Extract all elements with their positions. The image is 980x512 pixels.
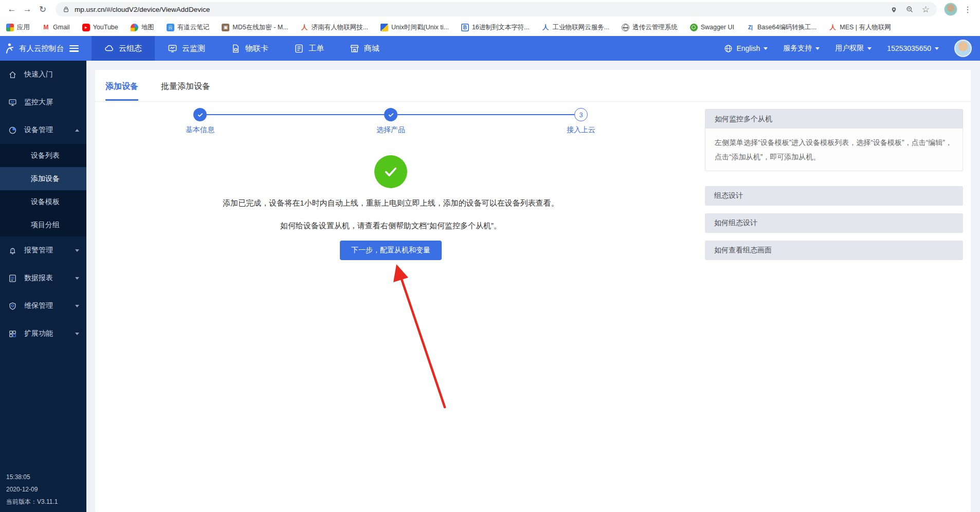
sidebar-item-quick-start[interactable]: 快速入门 — [0, 61, 86, 88]
usr-person-icon — [301, 24, 308, 31]
brand: 有人云控制台 — [0, 43, 92, 54]
map-pin-icon — [131, 24, 138, 31]
bookmark-passthrough-cloud[interactable]: 透传云管理系统 — [622, 23, 678, 32]
browser-profile-avatar[interactable] — [944, 3, 957, 16]
chevron-down-icon — [75, 305, 79, 307]
current-date: 2020-12-09 — [6, 483, 58, 496]
bookmark-md5[interactable]: MD5在线加密 - M... — [222, 23, 288, 32]
main-content-card: 添加设备 批量添加设备 3 基本信息 选择产品 接入上云 添加已完成，设备将在1… — [95, 70, 971, 512]
hamburger-menu-icon[interactable] — [69, 45, 79, 52]
help-link-scada-design[interactable]: 组态设计 — [705, 186, 963, 206]
usr-logo-icon — [5, 43, 15, 54]
sidebar-footer: 15:38:05 2020-12-09 当前版本：V3.11.1 — [6, 471, 58, 508]
tabs: 添加设备 批量添加设备 — [105, 81, 210, 101]
hex-converter-icon — [461, 24, 469, 31]
help-panel-title[interactable]: 如何监控多个从机 — [705, 109, 963, 129]
nav-item-work-order[interactable]: 工单 — [281, 36, 337, 61]
unix-timestamp-icon — [380, 24, 388, 31]
tab-divider — [95, 101, 971, 102]
bookmarks-bar: 应用 Gmail YouTube 地图 有道云笔记 MD5在线加密 - M...… — [0, 19, 980, 36]
bookmark-unix-timestamp[interactable]: Unix时间戳(Unix ti... — [380, 23, 449, 32]
device-management-submenu: 设备列表 添加设备 设备模板 项目分组 — [0, 144, 86, 236]
account-menu[interactable]: 15253035650 — [887, 44, 939, 52]
bookmark-hex-text[interactable]: 16进制到文本字符... — [461, 23, 530, 32]
user-avatar[interactable] — [954, 40, 972, 57]
browser-toolbar: ← → ↻ mp.usr.cn/#/cloudV2/device/ViewAdd… — [0, 0, 980, 19]
bookmark-maps[interactable]: 地图 — [131, 23, 154, 32]
swagger-icon — [690, 24, 698, 31]
location-pin-icon[interactable] — [890, 6, 898, 13]
help-link-how-to-design[interactable]: 如何组态设计 — [705, 213, 963, 233]
bookmark-gmail[interactable]: Gmail — [42, 24, 70, 31]
next-step-button[interactable]: 下一步，配置从机和变量 — [340, 241, 442, 260]
step-2-circle-done — [384, 108, 397, 121]
globe-icon — [622, 24, 629, 31]
success-check-icon — [374, 155, 407, 188]
help-link-view-screen[interactable]: 如何查看组态画面 — [705, 241, 963, 260]
device-management-icon — [8, 126, 17, 135]
help-panel: 如何监控多个从机 左侧菜单选择“设备模板”进入设备模板列表，选择“设备模板”，点… — [705, 109, 963, 260]
sim-card-icon — [231, 44, 241, 53]
extensions-grid-icon — [8, 330, 17, 338]
nav-item-iot-card[interactable]: 物联卡 — [218, 36, 281, 61]
big-screen-icon — [8, 98, 17, 107]
bookmark-swagger[interactable]: Swagger UI — [690, 24, 734, 31]
zoom-out-icon[interactable] — [906, 6, 914, 13]
step-2-label: 选择产品 — [376, 125, 405, 135]
home-icon — [8, 70, 17, 79]
bookmark-mes[interactable]: MES | 有人物联网 — [829, 23, 891, 32]
sidebar-item-device-management[interactable]: 设备管理 — [0, 116, 86, 144]
forward-button[interactable]: → — [20, 2, 35, 17]
bookmark-apps[interactable]: 应用 — [6, 23, 30, 32]
step-3-label: 接入上云 — [567, 125, 595, 135]
step-connector-1 — [207, 114, 384, 115]
service-support-menu[interactable]: 服务支持 — [783, 44, 820, 53]
help-panel-body: 左侧菜单选择“设备模板”进入设备模板列表，选择“设备模板”，点击“编辑”，点击“… — [705, 129, 963, 171]
language-switcher[interactable]: English — [724, 44, 768, 53]
bookmark-usr-jinan[interactable]: 济南有人物联网技... — [301, 23, 368, 32]
sidebar-item-monitor-screen[interactable]: 监控大屏 — [0, 88, 86, 116]
reload-button[interactable]: ↻ — [35, 2, 50, 17]
nav-item-mall[interactable]: 商城 — [337, 36, 392, 61]
bookmark-base64[interactable]: Base64编码转换工... — [747, 23, 816, 32]
back-button[interactable]: ← — [4, 2, 20, 17]
sidebar-item-project-group[interactable]: 项目分组 — [0, 213, 86, 236]
sidebar-item-alarm-management[interactable]: 报警管理 — [0, 236, 86, 264]
top-nav-right: English 服务支持 用户权限 15253035650 — [724, 40, 980, 57]
sidebar-item-maintenance[interactable]: 维保管理 — [0, 292, 86, 320]
shop-icon — [350, 44, 359, 53]
sidebar-item-device-template[interactable]: 设备模板 — [0, 190, 86, 213]
top-nav-items: 云组态 云监测 物联卡 工单 商城 — [92, 36, 392, 61]
youtube-icon — [82, 24, 90, 31]
browser-menu-icon[interactable]: ⋮ — [959, 5, 976, 14]
sidebar-item-data-report[interactable]: 数据报表 — [0, 264, 86, 292]
base64-icon — [747, 24, 754, 31]
nav-item-cloud-monitor[interactable]: 云监测 — [155, 36, 218, 61]
sidebar-item-add-device[interactable]: 添加设备 — [0, 167, 86, 190]
bookmark-star-icon[interactable]: ☆ — [922, 4, 930, 15]
report-icon — [8, 274, 17, 283]
cloud-icon — [104, 44, 114, 53]
nav-item-cloud-scada[interactable]: 云组态 — [92, 36, 155, 61]
bookmark-youdao[interactable]: 有道云笔记 — [167, 23, 210, 32]
chevron-down-icon — [815, 47, 820, 50]
tab-add-device[interactable]: 添加设备 — [105, 81, 138, 101]
check-icon — [197, 112, 204, 118]
current-time: 15:38:05 — [6, 471, 58, 483]
shield-icon — [8, 302, 17, 310]
iiot-person-icon — [542, 24, 550, 31]
address-bar[interactable]: mp.usr.cn/#/cloudV2/device/ViewAddDevice… — [56, 2, 937, 16]
md5-icon — [222, 24, 229, 31]
bookmark-iiot-cloud[interactable]: 工业物联网云服务... — [542, 23, 609, 32]
slave-hint-message: 如何给设备设置从机，请查看右侧帮助文档“如何监控多个从机”。 — [95, 221, 686, 231]
sidebar-item-extensions[interactable]: 扩展功能 — [0, 320, 86, 348]
check-icon — [388, 112, 394, 118]
bookmark-youtube[interactable]: YouTube — [82, 24, 118, 31]
chevron-down-icon — [75, 277, 79, 280]
user-permissions-menu[interactable]: 用户权限 — [835, 44, 872, 53]
sidebar-item-device-list[interactable]: 设备列表 — [0, 144, 86, 167]
work-order-icon — [294, 44, 304, 53]
tab-batch-add-device[interactable]: 批量添加设备 — [161, 81, 210, 101]
version-label: 当前版本：V3.11.1 — [6, 496, 58, 508]
youdao-icon — [167, 24, 174, 31]
